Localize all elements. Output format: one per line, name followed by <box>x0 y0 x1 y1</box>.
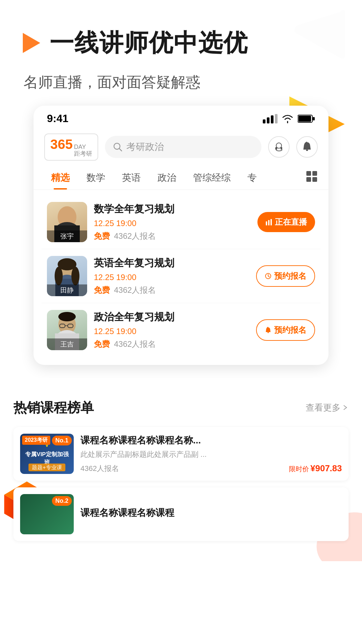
support-button[interactable] <box>268 136 290 158</box>
svg-point-30 <box>71 267 79 285</box>
status-time: 9:41 <box>47 112 68 125</box>
live-count-2: 4362人报名 <box>114 339 156 350</box>
hero-title: 一线讲师优中选优 <box>50 27 248 59</box>
svg-rect-8 <box>313 117 315 120</box>
svg-line-33 <box>268 276 269 277</box>
bell-icon <box>302 142 312 152</box>
svg-rect-13 <box>281 147 282 150</box>
tab-math[interactable]: 数学 <box>80 166 112 190</box>
status-bar: 9:41 <box>34 106 328 128</box>
live-list: 张宇 数学全年复习规划 12.25 19:00 免费 4362人报名 <box>34 190 328 365</box>
nav-tabs: 精选 数学 英语 政治 管综经综 专 <box>34 166 328 190</box>
live-meta-2: 免费 4362人报名 <box>94 339 249 350</box>
logo-365[interactable]: 365 DAY 距考研 <box>44 133 98 161</box>
deco-bg-top <box>288 7 349 60</box>
grid-menu-icon <box>306 170 318 182</box>
course-footer-0: 4362人报名 限时价 ¥907.83 <box>80 463 342 474</box>
course-year-badge: 2023考研 <box>22 436 50 445</box>
live-title-2: 政治全年复习规划 <box>94 310 249 324</box>
live-item-0[interactable]: 张宇 数学全年复习规划 12.25 19:00 免费 4362人报名 <box>42 195 320 249</box>
hot-courses-section: 热销课程榜单 查看更多 2023考研 No.1 V 专属VIP定制加强班 题题+… <box>0 385 362 561</box>
grid-icon[interactable] <box>306 170 318 185</box>
see-more-button[interactable]: 查看更多 <box>306 402 349 414</box>
battery-icon <box>298 114 315 123</box>
svg-rect-14 <box>306 150 308 151</box>
search-bar[interactable]: 考研政治 <box>105 136 261 158</box>
live-meta-1: 免费 4362人报名 <box>94 285 249 296</box>
course-rank-badge-1: No.2 <box>52 496 72 506</box>
svg-rect-24 <box>270 219 272 225</box>
live-time-0: 12.25 19:00 <box>94 219 251 228</box>
svg-point-40 <box>58 312 76 321</box>
app-header: 365 DAY 距考研 考研政治 <box>34 128 328 166</box>
search-icon <box>113 142 122 152</box>
signal-icon <box>263 114 278 123</box>
teacher-name-wang: 王吉 <box>47 338 87 350</box>
tab-politics[interactable]: 政治 <box>151 166 183 190</box>
tab-jingxuan[interactable]: 精选 <box>44 166 76 190</box>
course-rank-badge-0: No.1 <box>52 436 72 445</box>
live-title-1: 英语全年复习规划 <box>94 256 249 270</box>
live-free-1: 免费 <box>94 285 110 296</box>
course-enrolled-0: 4362人报名 <box>80 464 119 474</box>
svg-rect-7 <box>298 116 311 122</box>
svg-rect-22 <box>266 221 267 225</box>
svg-rect-16 <box>312 171 317 176</box>
header-icons <box>268 136 318 158</box>
search-placeholder: 考研政治 <box>126 141 164 153</box>
course-sub-0: 此处展示产品副标题此处展示产品副 ... <box>80 449 342 460</box>
live-title-0: 数学全年复习规划 <box>94 202 251 216</box>
phone-card: 9:41 <box>34 106 328 365</box>
tab-zhuanye[interactable]: 专 <box>241 166 263 190</box>
teacher-name-zhang: 张宇 <box>47 230 87 242</box>
hero-section: 一线讲师优中选优 名师直播，面对面答疑解惑 9:41 <box>0 0 362 378</box>
teacher-avatar-zhang: 张宇 <box>47 202 87 242</box>
live-meta-0: 免费 4362人报名 <box>94 231 251 241</box>
course-thumb-1: No.2 <box>20 494 74 534</box>
svg-rect-17 <box>306 177 311 182</box>
logo-number: 365 <box>50 137 73 152</box>
live-count-1: 4362人报名 <box>114 285 156 296</box>
live-free-2: 免费 <box>94 339 110 350</box>
section-header: 热销课程榜单 查看更多 <box>13 398 349 417</box>
course-name-1: 课程名称课程名称课程 <box>80 506 342 519</box>
svg-line-10 <box>119 149 122 151</box>
reserve-button-1[interactable]: 预约报名 <box>256 265 315 287</box>
course-info-1: 课程名称课程名称课程 <box>80 506 342 522</box>
live-free-0: 免费 <box>94 231 110 241</box>
teacher-name-tian: 田静 <box>47 284 87 296</box>
section-title: 热销课程榜单 <box>13 398 94 417</box>
live-time-1: 12.25 19:00 <box>94 273 249 282</box>
svg-rect-15 <box>306 171 311 176</box>
live-item-1[interactable]: 田静 英语全年复习规划 12.25 19:00 免费 4362人报名 <box>42 249 320 303</box>
course-card-0[interactable]: 2023考研 No.1 V 专属VIP定制加强班 题题+专业课 课程名称课程名称… <box>13 427 349 481</box>
svg-rect-3 <box>267 117 269 123</box>
bell-reserve-icon <box>265 327 272 333</box>
hero-play-icon <box>20 32 43 54</box>
svg-point-29 <box>55 267 63 285</box>
live-info-1: 英语全年复习规划 12.25 19:00 免费 4362人报名 <box>94 256 249 296</box>
teacher-avatar-tian: 田静 <box>47 256 87 296</box>
live-now-button-0[interactable]: 正在直播 <box>257 212 315 232</box>
course-price-container-0: 限时价 ¥907.83 <box>289 463 342 474</box>
live-info-2: 政治全年复习规划 12.25 19:00 免费 4362人报名 <box>94 310 249 350</box>
logo-day-label: DAY 距考研 <box>74 144 92 157</box>
course-price-label-0: 限时价 <box>289 465 309 473</box>
reserve-button-2[interactable]: 预约报名 <box>256 319 315 341</box>
svg-rect-41 <box>267 332 269 333</box>
live-time-2: 12.25 19:00 <box>94 327 249 336</box>
live-item-2[interactable]: 王吉 政治全年复习规划 12.25 19:00 免费 4362人报名 预约报名 <box>42 303 320 357</box>
tab-english[interactable]: 英语 <box>115 166 147 190</box>
svg-rect-4 <box>271 115 274 123</box>
clock-icon <box>265 273 272 279</box>
course-thumb-0: 2023考研 No.1 V 专属VIP定制加强班 题题+专业课 <box>20 434 74 474</box>
svg-rect-23 <box>268 220 269 225</box>
tab-guanzong[interactable]: 管综经综 <box>186 166 237 190</box>
teacher-avatar-wang: 王吉 <box>47 310 87 350</box>
course-price-0: ¥907.83 <box>310 463 342 473</box>
live-count-0: 4362人报名 <box>114 231 156 241</box>
svg-rect-2 <box>263 119 265 123</box>
bell-button[interactable] <box>296 136 318 158</box>
course-card-1[interactable]: No.2 课程名称课程名称课程 <box>13 487 349 541</box>
bar-chart-icon <box>265 219 272 225</box>
